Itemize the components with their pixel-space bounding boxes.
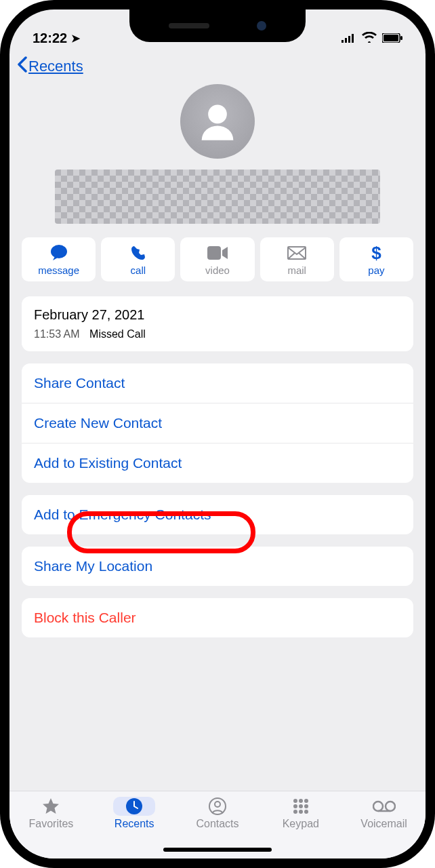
svg-point-16 [304,799,308,803]
svg-point-21 [299,810,303,814]
svg-point-19 [304,804,308,808]
speaker-grille [169,23,209,28]
wifi-icon [362,31,377,46]
voicemail-icon [373,797,396,816]
share-contact-button[interactable]: Share Contact [22,363,413,403]
svg-rect-3 [352,34,354,43]
front-camera [257,21,266,31]
history-date: February 27, 2021 [34,307,401,323]
contact-header [9,84,426,237]
call-label: call [131,264,146,276]
svg-point-20 [293,810,297,814]
pay-label: pay [368,264,384,276]
phone-frame: 12:22 ➤ Recents message [0,0,435,868]
svg-point-14 [293,799,297,803]
back-button[interactable]: Recents [16,56,83,77]
dollar-icon: $ [371,244,381,262]
add-existing-contact-button[interactable]: Add to Existing Contact [22,443,413,483]
tab-label: Recents [115,818,154,830]
svg-point-17 [293,804,297,808]
svg-rect-1 [345,38,347,43]
svg-point-8 [51,245,67,258]
avatar [180,84,255,159]
back-label: Recents [28,58,83,75]
home-indicator[interactable] [163,848,272,852]
svg-point-15 [299,799,303,803]
svg-rect-0 [341,40,344,43]
call-button[interactable]: call [101,237,175,281]
mail-label: mail [287,264,306,276]
svg-point-7 [208,105,227,124]
history-time: 11:53 AM [34,328,80,340]
cellular-icon [341,31,356,46]
battery-icon [382,31,402,46]
tab-contacts[interactable]: Contacts [176,797,260,830]
message-icon [49,244,68,262]
contact-name-redacted [55,170,380,224]
quick-actions: message call video mail $ pay [9,237,426,281]
screen: 12:22 ➤ Recents message [9,9,426,859]
tab-voicemail[interactable]: Voicemail [342,797,426,830]
nav-bar: Recents [9,49,426,84]
share-location-button[interactable]: Share My Location [22,547,413,586]
svg-point-22 [304,810,308,814]
message-button[interactable]: message [22,237,96,281]
clock-icon [113,797,155,816]
pay-button[interactable]: $ pay [339,237,413,281]
mail-button[interactable]: mail [260,237,334,281]
svg-rect-9 [207,246,221,260]
message-label: message [38,264,79,276]
location-icon: ➤ [71,32,80,45]
notch [129,9,306,42]
mail-icon [287,244,306,262]
status-time: 12:22 [33,31,67,46]
tab-favorites[interactable]: Favorites [9,797,93,830]
location-card: Share My Location [22,547,413,586]
emergency-card: Add to Emergency Contacts [22,495,413,534]
block-caller-button[interactable]: Block this Caller [22,598,413,637]
svg-point-23 [373,802,383,811]
star-icon [41,797,60,816]
video-button[interactable]: video [180,237,254,281]
tab-label: Favorites [29,818,74,830]
person-icon [209,797,226,816]
contact-actions-card: Share Contact Create New Contact Add to … [22,363,413,483]
tab-label: Keypad [283,818,319,830]
video-icon [207,244,228,262]
phone-icon [130,244,146,262]
video-label: video [205,264,230,276]
tab-label: Voicemail [360,818,407,830]
svg-rect-5 [384,35,398,41]
keypad-icon [292,797,310,816]
svg-rect-6 [400,36,402,40]
tab-recents[interactable]: Recents [93,797,176,830]
create-new-contact-button[interactable]: Create New Contact [22,403,413,443]
tab-label: Contacts [196,818,239,830]
chevron-left-icon [16,56,27,77]
add-emergency-button[interactable]: Add to Emergency Contacts [22,495,413,534]
call-history-card: February 27, 2021 11:53 AM Missed Call [22,296,413,351]
svg-point-13 [215,802,220,807]
tab-keypad[interactable]: Keypad [259,797,342,830]
svg-point-18 [299,804,303,808]
svg-rect-2 [348,36,350,43]
svg-point-24 [386,802,395,811]
block-card: Block this Caller [22,598,413,637]
history-event: Missed Call [89,328,146,340]
